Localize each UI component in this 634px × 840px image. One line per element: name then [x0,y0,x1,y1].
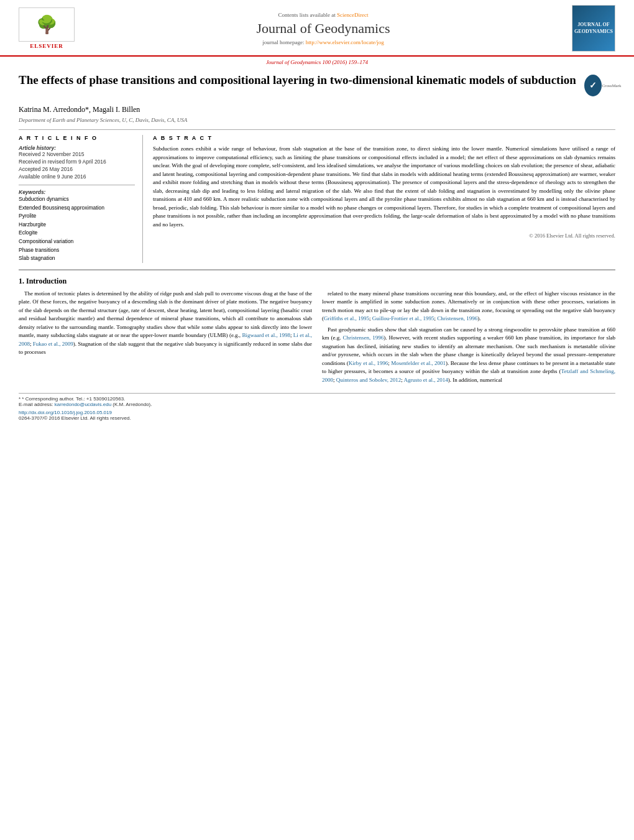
ref-mosenfelder[interactable]: Mosenfelder et al., 2001 [391,360,446,366]
paper-title: The effects of phase transitions and com… [19,73,584,88]
sciencedirect-link[interactable]: ScienceDirect [337,12,368,18]
corresponding-text: * Corresponding author. Tel.: +1 5309012… [22,396,125,402]
elsevier-logo-section: 🌳 ELSEVIER [12,7,81,49]
section-title-text: Introduction [26,277,67,285]
issn-line: 0264-3707/© 2016 Elsevier Ltd. All right… [19,415,615,421]
email-line: E-mail address: karredondo@ucdavis.edu (… [19,402,615,407]
body-section: 1. Introduction The motion of tectonic p… [19,269,615,387]
accepted-date: Accepted 26 May 2016 [19,166,135,172]
introduction-body: The motion of tectonic plates is determi… [19,290,615,387]
ref-agrusto[interactable]: Agrusto et al., 2014 [403,377,448,383]
svg-text:✓: ✓ [589,81,597,90]
keywords-label: Keywords: [19,189,135,195]
ref-quinteros[interactable]: Quinteros and Sobolev, 2012 [336,377,401,383]
ref-bigwaard[interactable]: Bigwaard et al., 1998 [242,332,290,338]
abstract-header: A B S T R A C T [153,135,615,141]
homepage-prefix: journal homepage: [262,39,304,45]
article-info-abstract: A R T I C L E I N F O Article history: R… [19,129,615,263]
intro-col-1: The motion of tectonic plates is determi… [19,290,312,387]
intro-para-2: related to the many mineral phase transi… [322,290,615,323]
keyword-7: Phase transitions [19,246,135,255]
ref-griffiths[interactable]: Griffiths et al., 1995 [324,315,369,321]
doi-line: http://dx.doi.org/10.1016/j.jog.2016.05.… [19,410,615,415]
header-center: Contents lists available at ScienceDirec… [81,12,566,45]
crossmark-label: CrossMark [602,83,621,88]
journal-homepage-line: journal homepage: http://www.elsevier.co… [93,39,553,45]
history-label: Article history: [19,145,135,151]
abstract-column: A B S T R A C T Subduction zones exhibit… [153,135,615,263]
sciencedirect-prefix: Contents lists available at [278,12,336,18]
article-info-header: A R T I C L E I N F O [19,135,135,141]
crossmark-icon: ✓ [584,75,602,96]
keyword-3: Pyrolite [19,212,135,221]
cover-label: JOURNAL OFGEODYNAMICS [574,22,613,35]
available-date: Available online 9 June 2016 [19,173,135,180]
sciencedirect-line: Contents lists available at ScienceDirec… [93,12,553,18]
authors: Katrina M. Arredondo*, Magali I. Billen [19,105,615,114]
email-link[interactable]: karredondo@ucdavis.edu [55,402,111,407]
email-suffix: (K.M. Arredondo). [113,402,152,407]
keyword-2: Extended Boussinesq approximation [19,204,135,213]
info-divider [19,185,135,185]
article-info-column: A R T I C L E I N F O Article history: R… [19,135,143,263]
intro-col2-text: related to the many mineral phase transi… [322,290,615,385]
corresponding-author: * * Corresponding author. Tel.: +1 53090… [19,396,615,402]
ref-fukao[interactable]: Fukao et al., 2009 [33,341,73,347]
keyword-5: Eclogite [19,229,135,238]
journal-cover-box: JOURNAL OFGEODYNAMICS [572,5,615,52]
keyword-4: Harzburgite [19,221,135,229]
paper-container: The effects of phase transitions and com… [0,67,634,427]
ref-guillou[interactable]: Guillou-Frottier et al., 1995 [372,315,434,321]
intro-para-1: The motion of tectonic plates is determi… [19,290,312,357]
copyright: © 2016 Elsevier Ltd. All rights reserved… [153,233,615,239]
ref-christensen96[interactable]: Christensen, 1996 [437,315,477,321]
abstract-text: Subduction zones exhibit a wide range of… [153,145,615,229]
crossmark-logo: ✓ CrossMark [590,73,615,98]
footnote-section: * * Corresponding author. Tel.: +1 53090… [19,393,615,421]
paper-title-section: The effects of phase transitions and com… [19,73,615,100]
intro-col-2: related to the many mineral phase transi… [322,290,615,387]
elsevier-logo: 🌳 ELSEVIER [12,7,81,49]
crossmark-svg: ✓ [584,76,602,94]
keyword-8: Slab stagnation [19,254,135,263]
intro-para-3: Past geodynamic studies show that slab s… [322,326,615,385]
page-header: 🌳 ELSEVIER Contents lists available at S… [0,0,634,57]
affiliation: Department of Earth and Planetary Scienc… [19,117,615,123]
authors-text: Katrina M. Arredondo*, Magali I. Billen [19,105,140,114]
ref-christensen96b[interactable]: Christensen, 1996 [343,335,384,341]
keyword-6: Compositional variation [19,238,135,246]
journal-title-header: Journal of Geodynamics [93,21,553,37]
article-history: Article history: Received 2 November 201… [19,145,135,180]
journal-issue-line: Journal of Geodynamics 100 (2016) 159–17… [0,57,634,67]
elsevier-logo-box: 🌳 [19,7,75,42]
revised-date: Received in revised form 9 April 2016 [19,159,135,165]
journal-cover-section: JOURNAL OFGEODYNAMICS [566,5,622,52]
journal-homepage-link[interactable]: http://www.elsevier.com/locate/jog [306,39,384,45]
section-number: 1. [19,277,24,285]
ref-kirby[interactable]: Kirby et al., 1996 [349,360,388,366]
elsevier-text: ELSEVIER [30,43,63,49]
received-date: Received 2 November 2015 [19,151,135,157]
email-label: E-mail address: [19,402,53,407]
keywords-section: Keywords: Subduction dynamics Extended B… [19,189,135,263]
elsevier-tree-icon: 🌳 [36,14,58,35]
keyword-1: Subduction dynamics [19,195,135,204]
introduction-title: 1. Introduction [19,277,615,286]
doi-link[interactable]: http://dx.doi.org/10.1016/j.jog.2016.05.… [19,410,112,415]
intro-col1-text: The motion of tectonic plates is determi… [19,290,312,357]
